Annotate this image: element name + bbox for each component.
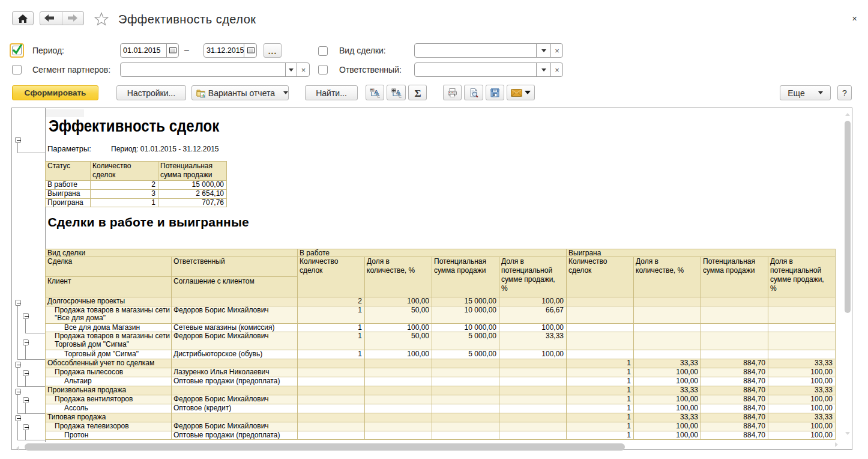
svg-text:C: C xyxy=(399,94,402,98)
svg-text:Σ: Σ xyxy=(415,88,421,98)
svg-text:C: C xyxy=(377,94,380,98)
